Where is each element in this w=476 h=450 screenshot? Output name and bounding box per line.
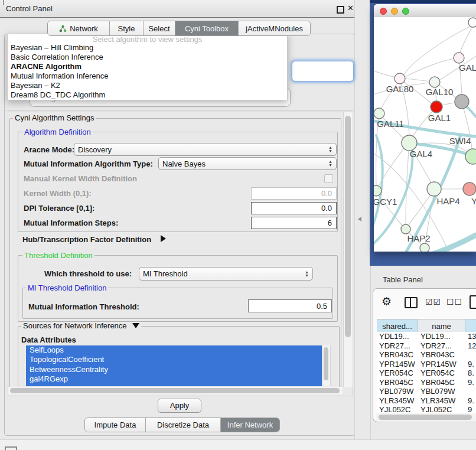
table-hscrollbar-track[interactable] xyxy=(376,413,476,421)
tab-infer-network[interactable]: Infer Network xyxy=(221,418,279,432)
clear-all-checkboxes-icon[interactable]: ☐☐ xyxy=(446,297,462,306)
data-attribute-item[interactable]: TopologicalCoefficient xyxy=(26,355,322,364)
expand-right-icon[interactable] xyxy=(161,235,166,242)
manual-kernel-checkbox[interactable] xyxy=(324,174,333,183)
table-cell: YPR145W xyxy=(377,360,418,369)
table-hscrollbar-thumb[interactable] xyxy=(379,415,472,420)
network-node-label: GAL4 xyxy=(410,149,432,159)
hub-definition-label: Hub/Transcription Factor Definition xyxy=(22,235,151,244)
tab-cyni-toolbox[interactable]: Cyni Toolbox xyxy=(175,21,239,35)
table-cell: 9. xyxy=(465,396,476,406)
network-node[interactable] xyxy=(374,108,384,119)
network-desktop-edge xyxy=(370,0,476,3)
table-cell: YDL19... xyxy=(418,332,465,341)
which-threshold-value: MI Threshold xyxy=(143,269,188,278)
data-attributes-label: Data Attributes xyxy=(21,335,76,344)
aracne-mode-label: Aracne Mode: xyxy=(24,145,74,154)
column-header[interactable] xyxy=(465,319,476,332)
aracne-mode-select[interactable]: Discovery ▲▼ xyxy=(74,143,337,156)
column-header[interactable]: shared... xyxy=(377,319,418,332)
apply-button[interactable]: Apply xyxy=(158,399,201,413)
table-row[interactable]: YDL19...YDL19...13 xyxy=(377,332,476,341)
tab-label: Select xyxy=(148,24,169,33)
algorithm-option[interactable]: Bayesian – K2 xyxy=(8,81,287,90)
tab-network[interactable]: Network xyxy=(48,21,110,35)
network-node[interactable] xyxy=(429,77,440,87)
network-node[interactable] xyxy=(420,243,429,252)
network-node[interactable] xyxy=(374,185,382,196)
close-icon[interactable]: ✕ xyxy=(347,4,354,12)
gear-icon[interactable]: ⚙ xyxy=(382,295,392,308)
data-attribute-item[interactable]: gal4RGexp xyxy=(26,374,322,384)
network-node[interactable] xyxy=(427,182,441,196)
splitter-collapse-icon[interactable] xyxy=(358,217,361,221)
collapse-down-icon[interactable] xyxy=(132,323,139,328)
panel-splitter[interactable] xyxy=(354,0,371,450)
network-node[interactable] xyxy=(468,18,476,27)
settings-vscrollbar-thumb[interactable] xyxy=(345,116,351,337)
tab-jactivemnodules[interactable]: jActiveMNodules xyxy=(239,21,310,35)
aracne-mode-value: Discovery xyxy=(78,145,112,154)
network-node[interactable] xyxy=(395,73,405,84)
attributes-scrollbar-thumb[interactable] xyxy=(324,347,328,380)
network-window-titlebar[interactable] xyxy=(374,4,476,18)
settings-vscrollbar-track[interactable] xyxy=(343,112,353,387)
screen: Control Panel ✕ NetworkStyleSelectCyni T… xyxy=(0,0,476,450)
table-row[interactable]: YER054CYER054C8. xyxy=(377,369,476,378)
tab-impute-data[interactable]: Impute Data xyxy=(85,418,146,432)
network-node-label: GAL80 xyxy=(386,84,414,94)
select-all-checkboxes-icon[interactable]: ☑☑ xyxy=(425,297,441,306)
network-node-label: GAL10 xyxy=(426,87,454,97)
algorithm-option[interactable]: Mutual Information Inference xyxy=(8,71,287,81)
close-traffic-icon[interactable] xyxy=(380,8,387,15)
algorithm-option[interactable]: Basic Correlation Inference xyxy=(8,53,287,62)
tab-discretize-data[interactable]: Discretize Data xyxy=(146,418,221,432)
network-node[interactable] xyxy=(463,182,476,195)
table-row[interactable]: YBR043CYBR043C xyxy=(377,350,476,360)
mi-type-select[interactable]: Naive Bayes ▲▼ xyxy=(158,157,337,170)
network-node[interactable] xyxy=(401,224,410,234)
data-attribute-item[interactable]: BetweennessCentrality xyxy=(26,365,322,374)
tab-select[interactable]: Select xyxy=(144,21,175,35)
algorithm-option[interactable]: Bayesian – Hill Climbing xyxy=(8,43,287,53)
network-canvas[interactable]: GALGAL80GAL10GAL1GAL11GAL4SWI4GCY1HAP4YH… xyxy=(374,17,476,252)
table-row[interactable]: YJL052CYJL052C9 xyxy=(377,405,476,413)
network-edge xyxy=(405,79,429,81)
table-row[interactable]: YDR27...YDR27...12 xyxy=(377,341,476,351)
document-icon[interactable] xyxy=(470,295,476,309)
which-threshold-select[interactable]: MI Threshold ▲▼ xyxy=(139,267,313,281)
network-node-label: GAL1 xyxy=(428,113,451,123)
table-row[interactable]: YLR345WYLR345W9. xyxy=(377,396,476,406)
data-attribute-item[interactable]: SelfLoops xyxy=(26,345,322,355)
table-row[interactable]: YBR045CYBR045C9. xyxy=(377,378,476,387)
algorithm-option[interactable]: Dream8 DC_TDC Algorithm xyxy=(8,90,287,100)
threshold-definition-title: Threshold Definition xyxy=(22,252,94,260)
network-node[interactable] xyxy=(465,149,476,164)
table-row[interactable]: YBL079WYBL079W xyxy=(377,387,476,396)
which-threshold-label: Which threshold to use: xyxy=(44,269,132,278)
tab-style[interactable]: Style xyxy=(110,21,144,35)
network-node[interactable] xyxy=(455,94,469,109)
table-cell xyxy=(465,350,476,360)
attributes-scrollbar-track[interactable] xyxy=(322,345,331,386)
network-node[interactable] xyxy=(431,101,442,113)
inference-algorithm-combo[interactable] xyxy=(292,61,354,81)
algorithm-option[interactable]: ARACNE Algorithm xyxy=(8,62,287,71)
dpi-tolerance-field[interactable]: 0.0 xyxy=(251,202,337,214)
mi-steps-field[interactable]: 6 xyxy=(251,217,337,229)
mi-threshold-field[interactable]: 0.5 xyxy=(248,299,332,312)
column-header[interactable]: name xyxy=(418,319,465,332)
network-node[interactable] xyxy=(454,53,464,63)
columns-icon[interactable] xyxy=(405,297,418,308)
minimize-traffic-icon[interactable] xyxy=(391,8,398,15)
minimized-panel-icon[interactable] xyxy=(5,446,17,450)
zoom-traffic-icon[interactable] xyxy=(402,8,409,15)
settings-hscrollbar-thumb[interactable] xyxy=(10,388,340,393)
table-row[interactable]: YPR145WYPR145W9. xyxy=(377,360,476,369)
settings-viewport: Cyni Algorithm Settings Algorithm Defini… xyxy=(8,112,343,387)
network-icon xyxy=(59,25,67,32)
algorithm-popup: Select algorithm to view settings Bayesi… xyxy=(7,34,288,100)
kernel-width-field[interactable]: 0.0 xyxy=(251,187,337,200)
float-window-icon[interactable] xyxy=(337,6,344,14)
settings-hscrollbar-track[interactable] xyxy=(8,387,343,394)
